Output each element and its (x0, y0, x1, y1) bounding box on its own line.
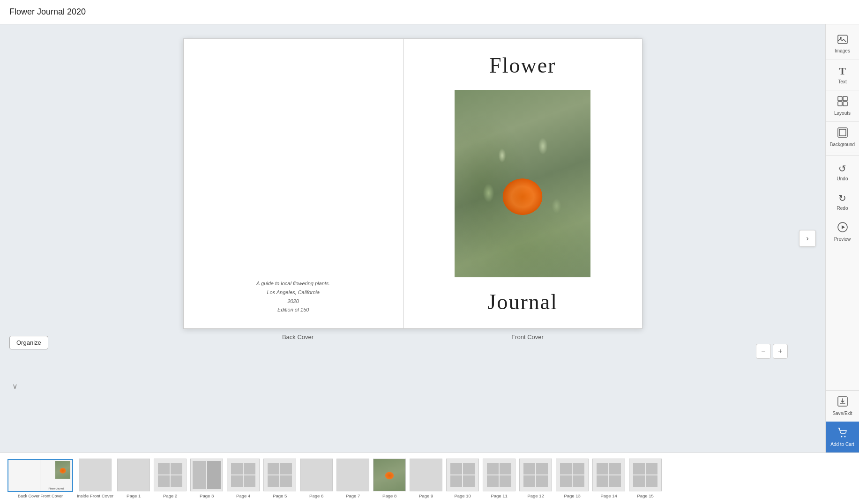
next-page-button[interactable]: › (799, 230, 816, 247)
svg-rect-2 (838, 96, 842, 101)
thumb-grid-cell (487, 463, 499, 474)
thumb-page-12-grid (522, 461, 550, 489)
main-area: A guide to local flowering plants. Los A… (0, 24, 859, 452)
thumb-page-11-label: Page 11 (491, 493, 507, 498)
sidebar-item-background[interactable]: Background (826, 122, 859, 153)
thumb-inside-front-cover[interactable]: Inside Front Cover (77, 459, 113, 498)
thumb-back-front-cover[interactable]: Flower Journal Back Cover Front Cover (7, 459, 73, 498)
thumb-page-4-box (227, 459, 260, 491)
thumb-grid-cell (450, 475, 462, 487)
thumb-back-cover-label: Back Cover (18, 494, 40, 498)
back-cover-line3: 2020 (184, 297, 403, 306)
flower-image (455, 90, 590, 277)
thumb-page-3[interactable]: Page 3 (190, 459, 223, 498)
thumb-grid-cell (450, 463, 462, 474)
svg-point-12 (844, 436, 845, 437)
preview-icon (837, 222, 848, 235)
add-to-cart-button[interactable]: Add to Cart (826, 422, 859, 452)
thumb-page-5-grid (266, 461, 294, 489)
thumb-page-7[interactable]: Page 7 (336, 459, 369, 498)
thumb-grid-cell (597, 463, 608, 474)
zoom-in-icon: + (778, 347, 782, 356)
thumb-page-12[interactable]: Page 12 (519, 459, 552, 498)
sidebar-item-images[interactable]: Images (826, 29, 859, 59)
redo-label: Redo (837, 206, 848, 211)
thumb-page-13-label: Page 13 (564, 493, 580, 498)
thumb-page-6-box (300, 459, 333, 491)
page-front-cover[interactable]: Flower Journal (403, 39, 642, 328)
thumb-grid-cell (463, 463, 475, 474)
thumb-page-9-box (410, 459, 442, 491)
undo-label: Undo (837, 176, 848, 181)
book-spread: A guide to local flowering plants. Los A… (183, 38, 642, 329)
thumb-page-7-label: Page 7 (346, 493, 360, 498)
thumb-page-4[interactable]: Page 4 (227, 459, 260, 498)
thumb-page-5[interactable]: Page 5 (263, 459, 296, 498)
back-cover-text: A guide to local flowering plants. Los A… (184, 279, 403, 314)
thumb-page-15[interactable]: Page 15 (629, 459, 662, 498)
text-icon: T (839, 65, 846, 77)
thumb-grid-cell (633, 463, 645, 474)
canvas-container: A guide to local flowering plants. Los A… (0, 24, 825, 452)
thumb-page-7-box (336, 459, 369, 491)
thumb-grid-cell (158, 463, 170, 474)
background-icon (837, 127, 848, 140)
thumb-grid-cell (523, 463, 535, 474)
svg-rect-4 (838, 102, 842, 106)
page-back-cover[interactable]: A guide to local flowering plants. Los A… (184, 39, 404, 328)
scroll-down-indicator[interactable]: ∨ (9, 380, 21, 392)
thumb-grid-cell (171, 463, 182, 474)
undo-button[interactable]: ↺ Undo (826, 157, 859, 187)
thumb-inside-front-cover-box (79, 459, 112, 491)
thumb-page-9[interactable]: Page 9 (410, 459, 442, 498)
save-exit-button[interactable]: Save/Exit (826, 391, 859, 422)
preview-label: Preview (834, 237, 851, 242)
sidebar-item-layouts[interactable]: Layouts (826, 90, 859, 122)
add-to-cart-label: Add to Cart (830, 442, 854, 447)
sidebar-divider-1 (826, 155, 859, 156)
svg-rect-5 (843, 102, 847, 106)
thumb-inside-front-label: Inside Front Cover (77, 493, 113, 498)
cart-icon (837, 427, 848, 440)
thumb-grid-cell (646, 475, 657, 487)
thumb-grid-cell (207, 461, 221, 489)
app-title: Flower Journal 2020 (9, 7, 86, 17)
thumb-page-14[interactable]: Page 14 (592, 459, 625, 498)
thumb-grid-cell (523, 475, 535, 487)
thumb-page-1-label: Page 1 (127, 493, 141, 498)
back-cover-label: Back Cover (183, 334, 413, 341)
thumb-page-12-box (519, 459, 552, 491)
thumb-grid-cell (171, 475, 182, 487)
thumb-page-10-label: Page 10 (454, 493, 471, 498)
zoom-controls: − + (756, 344, 788, 359)
thumb-front-page: Flower Journal (40, 460, 72, 491)
header: Flower Journal 2020 (0, 0, 859, 24)
svg-marker-9 (842, 225, 845, 229)
thumb-page-6[interactable]: Page 6 (300, 459, 333, 498)
sidebar-item-text[interactable]: T Text (826, 59, 859, 90)
svg-rect-3 (843, 96, 847, 101)
thumb-page-11-box (483, 459, 515, 491)
back-cover-line4: Edition of 150 (184, 305, 403, 314)
thumb-grid-cell (536, 463, 548, 474)
thumb-page-2[interactable]: Page 2 (154, 459, 187, 498)
thumb-grid-cell (560, 475, 572, 487)
thumb-page-10[interactable]: Page 10 (446, 459, 479, 498)
thumb-back-front-labels: Back Cover Front Cover (18, 492, 63, 498)
organize-button[interactable]: Organize (9, 336, 48, 349)
thumb-page-1[interactable]: Page 1 (117, 459, 150, 498)
front-cover-title-bottom: Journal (488, 289, 558, 314)
thumb-page-13[interactable]: Page 13 (556, 459, 589, 498)
preview-button[interactable]: Preview (826, 216, 859, 247)
thumb-page-8[interactable]: Page 8 (373, 459, 406, 498)
zoom-in-button[interactable]: + (773, 344, 788, 359)
images-icon (837, 35, 848, 46)
svg-rect-7 (839, 129, 846, 136)
zoom-out-button[interactable]: − (756, 344, 771, 359)
flower-petal-overlay (455, 90, 590, 277)
redo-button[interactable]: ↻ Redo (826, 187, 859, 216)
save-exit-label: Save/Exit (832, 411, 852, 416)
thumb-page-11[interactable]: Page 11 (483, 459, 515, 498)
thumb-page-8-label: Page 8 (382, 493, 396, 498)
zoom-out-icon: − (761, 347, 765, 356)
